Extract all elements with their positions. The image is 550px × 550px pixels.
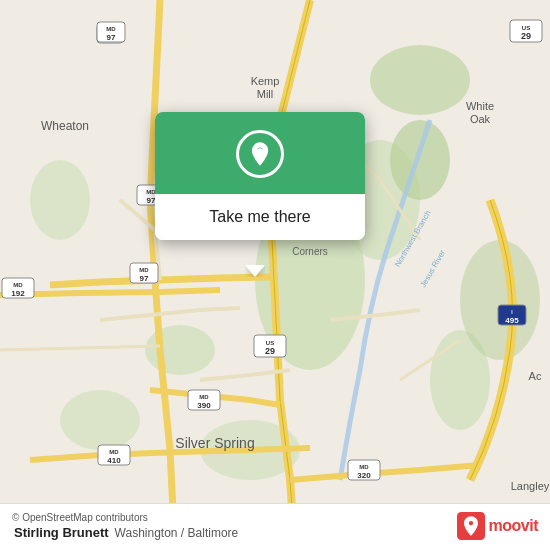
- bottom-left: © OpenStreetMap contributors Stirling Br…: [12, 512, 238, 540]
- map-container: MD 97 MD 97 US 29 MD 97 MD 192: [0, 0, 550, 550]
- popup-arrow: [245, 265, 265, 277]
- svg-text:Kemp: Kemp: [251, 75, 280, 87]
- location-pin-icon: [236, 130, 284, 178]
- svg-point-3: [390, 120, 450, 200]
- svg-text:410: 410: [107, 456, 121, 465]
- svg-text:MD: MD: [106, 26, 116, 32]
- take-me-there-button[interactable]: Take me there: [155, 194, 365, 240]
- svg-text:Oak: Oak: [470, 113, 491, 125]
- bottom-bar: © OpenStreetMap contributors Stirling Br…: [0, 503, 550, 550]
- attribution-text: © OpenStreetMap contributors: [12, 512, 238, 523]
- popup-top: [155, 112, 365, 194]
- svg-text:97: 97: [140, 274, 149, 283]
- svg-text:390: 390: [197, 401, 211, 410]
- svg-text:495: 495: [505, 316, 519, 325]
- svg-text:MD: MD: [13, 282, 23, 288]
- moovit-text: moovit: [489, 517, 538, 535]
- svg-text:Corners: Corners: [292, 246, 328, 257]
- svg-marker-56: [245, 265, 265, 277]
- svg-text:MD: MD: [359, 464, 369, 470]
- location-name: Stirling Brunett: [14, 525, 109, 540]
- svg-point-10: [370, 45, 470, 115]
- svg-text:MD: MD: [199, 394, 209, 400]
- svg-point-5: [60, 390, 140, 450]
- svg-text:MD: MD: [139, 267, 149, 273]
- svg-text:Ac: Ac: [529, 370, 542, 382]
- svg-text:192: 192: [11, 289, 25, 298]
- svg-text:White: White: [466, 100, 494, 112]
- svg-point-8: [460, 240, 540, 360]
- svg-text:320: 320: [357, 471, 371, 480]
- popup-card: Take me there: [155, 112, 365, 240]
- svg-text:29: 29: [265, 346, 275, 356]
- svg-point-9: [30, 160, 90, 240]
- svg-text:Wheaton: Wheaton: [41, 119, 89, 133]
- moovit-logo: moovit: [457, 512, 538, 540]
- svg-text:97: 97: [107, 33, 116, 42]
- svg-text:MD: MD: [109, 449, 119, 455]
- map-background: MD 97 MD 97 US 29 MD 97 MD 192: [0, 0, 550, 550]
- svg-text:Langley: Langley: [511, 480, 550, 492]
- location-city: Washington / Baltimore: [115, 526, 239, 540]
- svg-text:Mill: Mill: [257, 88, 274, 100]
- svg-text:29: 29: [521, 31, 531, 41]
- svg-text:Silver Spring: Silver Spring: [175, 435, 254, 451]
- moovit-icon: [457, 512, 485, 540]
